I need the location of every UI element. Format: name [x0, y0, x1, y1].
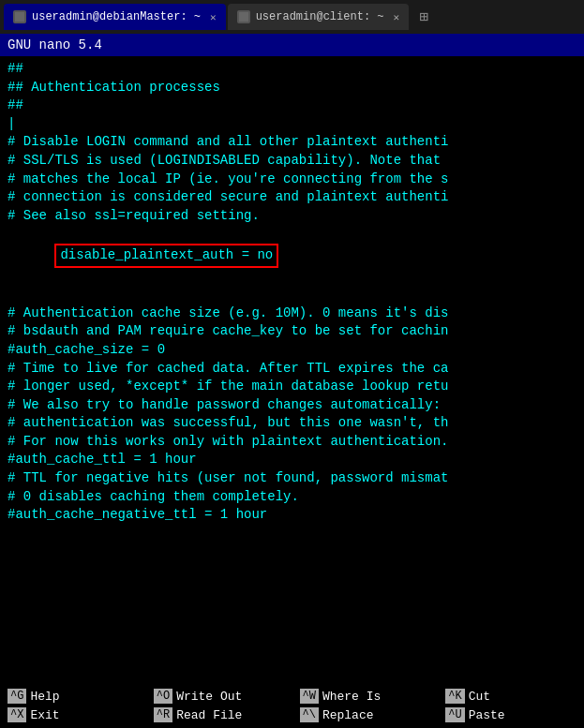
line-11 — [7, 286, 577, 305]
tab1-close[interactable]: ✕ — [210, 11, 217, 23]
line-1: ## — [7, 60, 577, 79]
nano-header: GNU nano 5.4 — [0, 34, 584, 56]
new-tab-button[interactable]: ⊞ — [414, 7, 433, 26]
footer-item-read[interactable]: ^R Read File — [146, 706, 292, 724]
footer-item-where[interactable]: ^W Where Is — [292, 687, 439, 706]
key-where: ^W — [300, 689, 319, 704]
tab-bar: useradmin@debianMaster: ~ ✕ useradmin@cl… — [0, 0, 584, 34]
label-replace: Replace — [322, 708, 374, 722]
key-help: ^G — [7, 689, 26, 704]
line-22: # 0 disables caching them completely. — [7, 488, 577, 507]
line-10-highlighted: disable_plaintext_auth = no — [7, 225, 278, 286]
footer-item-replace[interactable]: ^\ Replace — [292, 706, 439, 724]
line-18: # authentication was successful, but thi… — [7, 414, 577, 433]
key-cut: ^K — [445, 689, 464, 704]
line-19: # For now this works only with plaintext… — [7, 433, 577, 452]
tab-2[interactable]: useradmin@client: ~ ✕ — [228, 4, 409, 30]
tab2-icon — [237, 10, 250, 23]
key-exit: ^X — [7, 707, 26, 722]
line-15: # Time to live for cached data. After TT… — [7, 360, 577, 379]
line-13: # bsdauth and PAM require cache_key to b… — [7, 322, 577, 341]
label-read: Read File — [176, 708, 242, 722]
svg-rect-0 — [15, 12, 24, 22]
label-cut: Cut — [469, 690, 490, 704]
footer-item-help[interactable]: ^G Help — [0, 687, 146, 706]
tab1-label: useradmin@debianMaster: ~ — [32, 10, 201, 23]
tab2-close[interactable]: ✕ — [393, 11, 399, 23]
key-read: ^R — [154, 707, 172, 722]
highlighted-text: disable_plaintext_auth = no — [54, 244, 278, 268]
line-7: # matches the local IP (ie. you're conne… — [7, 171, 577, 189]
label-write: Write Out — [176, 690, 242, 704]
nano-footer: ^G Help ^O Write Out ^W Where Is ^K Cut … — [0, 683, 584, 728]
line-4: | — [7, 115, 577, 134]
editor-area[interactable]: ## ## Authentication processes ## | # Di… — [0, 56, 584, 683]
line-16: # longer used, *except* if the main data… — [7, 378, 577, 396]
key-paste: ^U — [445, 707, 464, 722]
footer-item-paste[interactable]: ^U Paste — [438, 706, 584, 724]
line-2: ## Authentication processes — [7, 79, 577, 97]
svg-rect-1 — [239, 12, 248, 22]
label-exit: Exit — [30, 708, 59, 722]
line-17: # We also try to handle password changes… — [7, 396, 577, 415]
tab2-label: useradmin@client: ~ — [256, 10, 384, 23]
label-paste: Paste — [469, 708, 505, 722]
key-write: ^O — [154, 689, 172, 704]
line-21: # TTL for negative hits (user not found,… — [7, 469, 577, 488]
key-replace: ^\ — [300, 707, 319, 722]
line-9: # See also ssl=required setting. — [7, 207, 577, 226]
tab1-icon — [13, 10, 26, 23]
label-help: Help — [30, 690, 59, 704]
line-20: #auth_cache_ttl = 1 hour — [7, 451, 577, 469]
footer-item-cut[interactable]: ^K Cut — [438, 687, 584, 706]
footer-item-write[interactable]: ^O Write Out — [146, 687, 292, 706]
line-23: #auth_cache_negative_ttl = 1 hour — [7, 506, 577, 525]
line-5: # Disable LOGIN command and all other pl… — [7, 133, 577, 152]
line-8: # connection is considered secure and pl… — [7, 188, 577, 207]
tab-1[interactable]: useradmin@debianMaster: ~ ✕ — [4, 4, 226, 30]
line-6: # SSL/TLS is used (LOGINDISABLED capabil… — [7, 152, 577, 171]
nano-title: GNU nano 5.4 — [7, 37, 102, 52]
footer-item-exit[interactable]: ^X Exit — [0, 706, 146, 724]
line-12: # Authentication cache size (e.g. 10M). … — [7, 305, 577, 323]
terminal-container: useradmin@debianMaster: ~ ✕ useradmin@cl… — [0, 0, 584, 728]
line-3: ## — [7, 97, 577, 115]
line-14: #auth_cache_size = 0 — [7, 341, 577, 360]
label-where: Where Is — [322, 690, 381, 704]
